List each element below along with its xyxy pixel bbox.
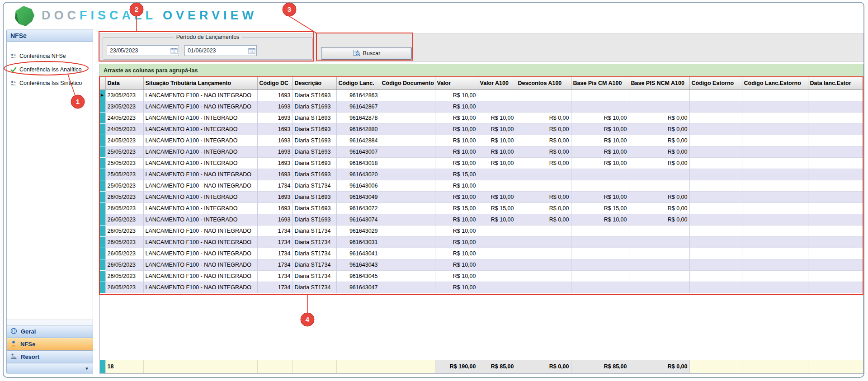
cell[interactable]	[629, 169, 689, 180]
cell[interactable]: 1693	[257, 202, 292, 214]
cell[interactable]: R$ 0,00	[629, 146, 689, 157]
cell[interactable]	[380, 112, 435, 123]
cell[interactable]	[742, 112, 808, 123]
cell[interactable]: Diaria ST1734	[292, 248, 336, 259]
cell[interactable]	[808, 146, 863, 157]
cell[interactable]	[380, 146, 435, 157]
cell[interactable]	[516, 89, 571, 101]
cell[interactable]	[808, 135, 863, 146]
table-row[interactable]: 24/05/2023LANCAMENTO A100 - INTEGRADO169…	[100, 135, 863, 146]
cell[interactable]	[516, 225, 571, 236]
cell[interactable]	[629, 236, 689, 248]
cell[interactable]: 1693	[257, 214, 292, 225]
group-by-hint-bar[interactable]: Arraste as colunas para agrupá-las	[100, 64, 863, 77]
cell[interactable]	[808, 169, 863, 180]
table-row[interactable]: 25/05/2023LANCAMENTO A100 - INTEGRADO169…	[100, 146, 863, 157]
cell[interactable]: 1734	[257, 259, 292, 270]
cell[interactable]	[571, 270, 629, 282]
calendar-icon[interactable]	[247, 46, 256, 56]
cell[interactable]: Diaria ST1693	[292, 89, 336, 101]
cell[interactable]	[478, 270, 516, 282]
table-row[interactable]: 24/05/2023LANCAMENTO A100 - INTEGRADO169…	[100, 123, 863, 135]
cell[interactable]	[516, 259, 571, 270]
cell[interactable]	[571, 259, 629, 270]
cell[interactable]	[689, 225, 742, 236]
column-header-2[interactable]: Situação Tributária Lançamento	[143, 77, 257, 89]
cell[interactable]: R$ 10,00	[571, 157, 629, 169]
table-row[interactable]: 25/05/2023LANCAMENTO A100 - INTEGRADO169…	[100, 157, 863, 169]
cell[interactable]	[380, 248, 435, 259]
cell[interactable]	[380, 89, 435, 101]
column-header-1[interactable]: Data	[105, 77, 143, 89]
cell[interactable]: 1693	[257, 101, 292, 112]
sidebar-nav-nfse[interactable]: NFSe	[7, 338, 93, 350]
cell[interactable]	[808, 248, 863, 259]
buscar-button[interactable]: Buscar	[321, 47, 412, 60]
cell[interactable]: R$ 10,00	[435, 214, 478, 225]
cell[interactable]: R$ 10,00	[435, 236, 478, 248]
cell[interactable]	[689, 259, 742, 270]
cell[interactable]: LANCAMENTO F100 - NAO INTEGRADO	[143, 236, 257, 248]
cell[interactable]: 961643049	[336, 191, 380, 202]
column-header-12[interactable]: Código Estorno	[689, 77, 742, 89]
cell[interactable]: Diaria ST1693	[292, 146, 336, 157]
date-from-field[interactable]: 23/05/2023	[107, 45, 179, 56]
cell[interactable]: 24/05/2023	[105, 135, 143, 146]
cell[interactable]: R$ 0,00	[516, 191, 571, 202]
cell[interactable]: LANCAMENTO F100 - NAO INTEGRADO	[143, 101, 257, 112]
sidebar-nav-resort[interactable]: Resort	[7, 350, 93, 363]
column-header-13[interactable]: Código Lanc.Estorno	[742, 77, 808, 89]
cell[interactable]: R$ 10,00	[478, 123, 516, 135]
cell[interactable]	[742, 282, 808, 293]
cell[interactable]	[571, 180, 629, 191]
cell[interactable]: 961643043	[336, 259, 380, 270]
cell[interactable]: 24/05/2023	[105, 123, 143, 135]
cell[interactable]: 26/05/2023	[105, 248, 143, 259]
cell[interactable]: LANCAMENTO A100 - INTEGRADO	[143, 157, 257, 169]
cell[interactable]: R$ 10,00	[435, 180, 478, 191]
cell[interactable]	[516, 180, 571, 191]
cell[interactable]	[571, 89, 629, 101]
cell[interactable]	[380, 135, 435, 146]
cell[interactable]: Diaria ST1734	[292, 225, 336, 236]
cell[interactable]: 26/05/2023	[105, 214, 143, 225]
cell[interactable]: 961643007	[336, 146, 380, 157]
cell[interactable]: Diaria ST1734	[292, 270, 336, 282]
cell[interactable]	[689, 270, 742, 282]
cell[interactable]: 1734	[257, 270, 292, 282]
cell[interactable]: R$ 10,00	[435, 89, 478, 101]
cell[interactable]	[808, 180, 863, 191]
cell[interactable]	[808, 225, 863, 236]
cell[interactable]: R$ 10,00	[435, 282, 478, 293]
cell[interactable]: R$ 10,00	[478, 191, 516, 202]
column-header-8[interactable]: Valor A100	[478, 77, 516, 89]
cell[interactable]	[742, 157, 808, 169]
cell[interactable]: Diaria ST1693	[292, 169, 336, 180]
cell[interactable]	[689, 157, 742, 169]
cell[interactable]: 1734	[257, 282, 292, 293]
cell[interactable]	[689, 214, 742, 225]
cell[interactable]: Diaria ST1734	[292, 259, 336, 270]
cell[interactable]: R$ 10,00	[571, 112, 629, 123]
cell[interactable]: R$ 0,00	[629, 191, 689, 202]
cell[interactable]: R$ 0,00	[629, 135, 689, 146]
cell[interactable]: 961643045	[336, 270, 380, 282]
cell[interactable]	[808, 123, 863, 135]
cell[interactable]: Diaria ST1734	[292, 180, 336, 191]
sidebar-item-conferencia-iss-sintetico[interactable]: Conferência Iss Sintetico	[7, 76, 93, 90]
cell[interactable]	[571, 169, 629, 180]
cell[interactable]	[742, 146, 808, 157]
cell[interactable]: R$ 10,00	[478, 214, 516, 225]
cell[interactable]: R$ 10,00	[571, 146, 629, 157]
cell[interactable]: LANCAMENTO F100 - NAO INTEGRADO	[143, 89, 257, 101]
sidebar-item-conferencia-iss-analitico[interactable]: Conferência Iss Analítico	[7, 63, 93, 76]
cell[interactable]	[808, 157, 863, 169]
cell[interactable]	[380, 259, 435, 270]
cell[interactable]: 961642878	[336, 112, 380, 123]
cell[interactable]: 26/05/2023	[105, 191, 143, 202]
cell[interactable]	[478, 236, 516, 248]
cell[interactable]: 961643029	[336, 225, 380, 236]
cell[interactable]: Diaria ST1693	[292, 101, 336, 112]
cell[interactable]	[629, 101, 689, 112]
cell[interactable]: 1693	[257, 169, 292, 180]
